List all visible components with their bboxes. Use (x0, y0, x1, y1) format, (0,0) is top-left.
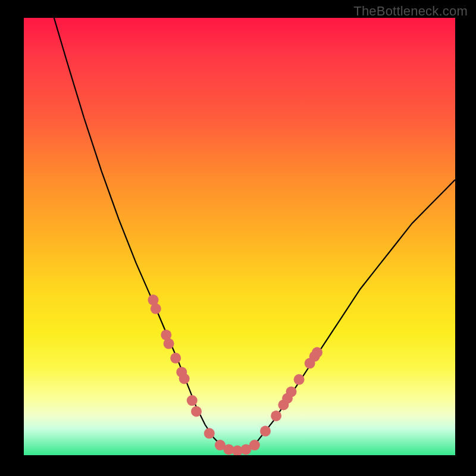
curve-svg (24, 18, 455, 455)
data-dot (294, 374, 305, 385)
data-dot (187, 395, 198, 406)
data-dot (191, 406, 202, 417)
bottleneck-curve (54, 18, 455, 451)
data-dot (204, 428, 215, 439)
data-dot (151, 303, 161, 314)
chart-container: TheBottleneck.com (0, 0, 476, 476)
data-dots (148, 295, 323, 455)
data-dot (164, 339, 174, 349)
data-dot (170, 353, 181, 364)
plot-area (24, 18, 455, 455)
data-dot (271, 411, 281, 421)
data-dot (179, 373, 190, 384)
data-dot (312, 347, 322, 358)
data-dot (249, 440, 260, 450)
watermark-label: TheBottleneck.com (353, 4, 468, 19)
data-dot (286, 386, 297, 397)
data-dot (260, 426, 271, 437)
